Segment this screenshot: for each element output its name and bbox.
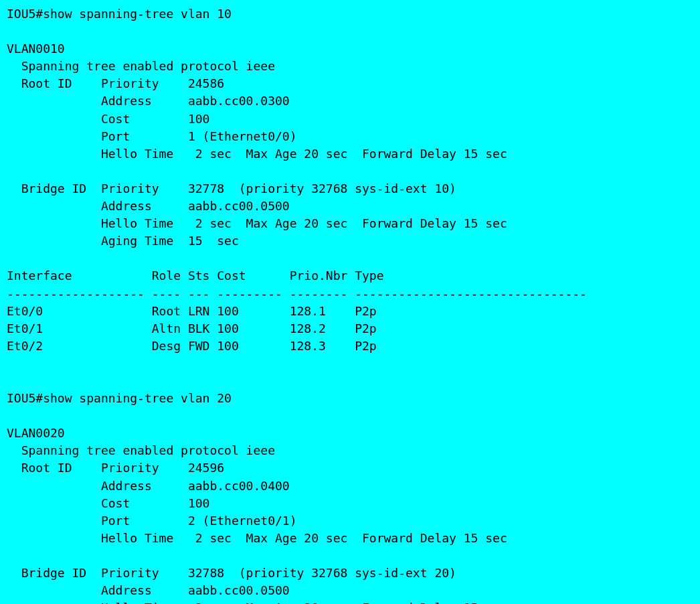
terminal-output: IOU5#show spanning-tree vlan 10 VLAN0010… [7,5,693,604]
